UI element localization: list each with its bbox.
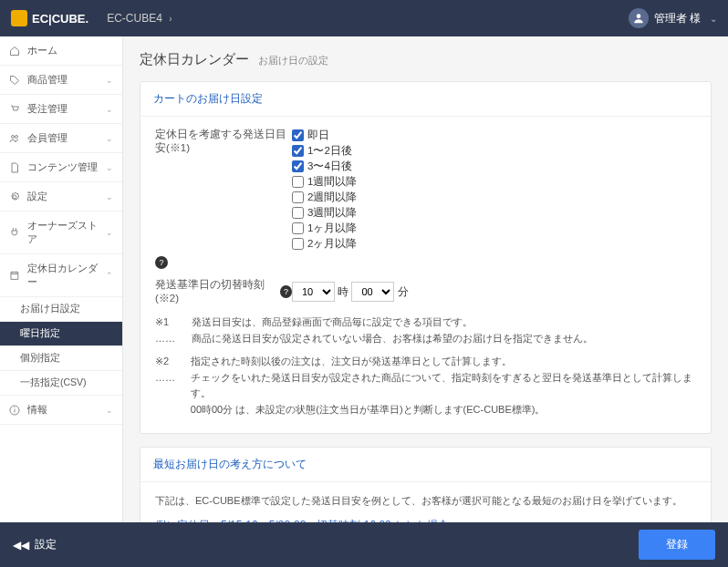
chevron-down-icon: ⌄	[106, 163, 113, 172]
note2: ※2 …… 指定された時刻以後の注文は、注文日が発送基準日として計算します。チェ…	[155, 354, 696, 418]
user-menu[interactable]: 管理者 様 ⌄	[629, 8, 717, 28]
sidebar-item-users[interactable]: 会員管理⌄	[0, 124, 122, 153]
footer-bar: ◀◀ 設定 登録	[0, 522, 728, 567]
checkbox[interactable]	[292, 207, 304, 219]
sidebar-item-file[interactable]: コンテンツ管理⌄	[0, 153, 122, 182]
chevron-down-icon: ⌄	[710, 14, 717, 24]
sidebar-item-home[interactable]: ホーム	[0, 36, 122, 66]
user-label: 管理者 様	[654, 11, 701, 26]
sidebar-item-cog[interactable]: 設定⌄	[0, 182, 122, 211]
cart-icon	[9, 104, 20, 115]
file-icon	[9, 162, 20, 173]
checkbox[interactable]	[292, 176, 304, 188]
calendar-icon	[9, 270, 20, 281]
checkbox[interactable]	[292, 238, 304, 250]
sidebar-sub-item[interactable]: 曜日指定	[0, 322, 122, 346]
chevron-down-icon: ⌃	[106, 271, 113, 280]
page-title: 定休日カレンダー お届け日の設定	[140, 51, 712, 68]
top-header: EC|CUBE. EC-CUBE4 › 管理者 様 ⌄	[0, 0, 728, 36]
page-subtitle: お届け日の設定	[258, 55, 328, 66]
checkbox[interactable]	[292, 129, 304, 141]
checkbox[interactable]	[292, 160, 304, 172]
cog-icon	[9, 191, 20, 202]
min-label: 分	[398, 286, 409, 297]
brand-logo[interactable]: EC|CUBE.	[11, 10, 88, 26]
chevron-down-icon: ⌄	[106, 134, 113, 143]
sidebar-item-plug[interactable]: オーナーズストア⌄	[0, 211, 122, 254]
chevron-down-icon: ⌄	[106, 105, 113, 114]
checkbox[interactable]	[292, 145, 304, 157]
brand-text: EC|CUBE.	[32, 12, 88, 26]
shipping-day-check[interactable]: 2ヶ月以降	[292, 236, 696, 252]
svg-point-0	[636, 14, 640, 18]
svg-rect-3	[15, 407, 16, 408]
home-icon	[9, 46, 20, 57]
help-icon[interactable]: ?	[155, 256, 168, 269]
chevron-down-icon: ⌄	[106, 406, 113, 415]
card-header: 最短お届け日の考え方について	[140, 448, 711, 482]
note1: ※1 …… 発送日目安は、商品登録画面で商品毎に設定できる項目です。商品に発送日…	[155, 314, 696, 346]
shipping-day-check[interactable]: 2週間以降	[292, 190, 696, 205]
shipping-day-check[interactable]: 3〜4日後	[292, 159, 696, 174]
sidebar-item-cart[interactable]: 受注管理⌄	[0, 95, 122, 124]
card-cart-delivery: カートのお届け日設定 定休日を考慮する発送日目安(※1) 即日 1〜2日後 3〜…	[140, 81, 712, 434]
hour-label: 時	[338, 286, 348, 297]
sidebar: ホーム商品管理⌄受注管理⌄会員管理⌄コンテンツ管理⌄設定⌄オーナーズストア⌄定休…	[0, 36, 123, 567]
tag-icon	[9, 75, 20, 86]
info-icon	[9, 405, 20, 416]
sidebar-sub-item[interactable]: お届け日設定	[0, 297, 122, 322]
shipping-day-options: 即日 1〜2日後 3〜4日後 1週間以降 2週間以降 3週間以降 1ヶ月以降 2…	[292, 128, 696, 252]
product-link[interactable]: EC-CUBE4 ›	[107, 12, 172, 25]
cutoff-time-picker: 10 時 00 分	[292, 282, 696, 302]
shipping-day-check[interactable]: 即日	[292, 128, 696, 143]
sidebar-item-info[interactable]: 情報 ⌄	[0, 396, 122, 425]
checkbox[interactable]	[292, 222, 304, 234]
card2-intro: 下記は、EC-CUBE標準で設定した発送日目安を例として、お客様が選択可能となる…	[155, 493, 696, 510]
shipping-day-check[interactable]: 1ヶ月以降	[292, 221, 696, 236]
sidebar-item-calendar[interactable]: 定休日カレンダー⌃	[0, 254, 122, 297]
chevron-down-icon: ⌄	[106, 192, 113, 201]
svg-rect-2	[15, 409, 16, 413]
main-content: 定休日カレンダー お届け日の設定 カートのお届け日設定 定休日を考慮する発送日目…	[123, 36, 728, 567]
chevron-down-icon: ⌄	[106, 228, 113, 237]
plug-icon	[9, 227, 20, 238]
cutoff-hour-select[interactable]: 10	[292, 282, 335, 302]
sidebar-item-tag[interactable]: 商品管理⌄	[0, 66, 122, 95]
user-icon	[629, 8, 649, 28]
checkbox[interactable]	[292, 191, 304, 203]
sidebar-sub-item[interactable]: 個別指定	[0, 346, 122, 371]
sidebar-sub-item[interactable]: 一括指定(CSV)	[0, 371, 122, 396]
cube-icon	[11, 10, 27, 26]
row-label-shipping-days: 定休日を考慮する発送日目安(※1)	[155, 128, 292, 155]
footer-back-link[interactable]: ◀◀ 設定	[13, 537, 57, 552]
cutoff-min-select[interactable]: 00	[351, 282, 394, 302]
shipping-day-check[interactable]: 3週間以降	[292, 205, 696, 221]
users-icon	[9, 133, 20, 144]
submit-button[interactable]: 登録	[639, 530, 715, 560]
help-icon[interactable]: ?	[280, 285, 292, 298]
shipping-day-check[interactable]: 1〜2日後	[292, 143, 696, 159]
chevron-down-icon: ⌄	[106, 76, 113, 85]
shipping-day-check[interactable]: 1週間以降	[292, 174, 696, 190]
row-label-cutoff: 発送基準日の切替時刻(※2) ?	[155, 278, 292, 305]
chevron-right-icon: ›	[169, 14, 172, 24]
rewind-icon: ◀◀	[13, 539, 29, 552]
card-header: カートのお届け日設定	[140, 82, 711, 117]
